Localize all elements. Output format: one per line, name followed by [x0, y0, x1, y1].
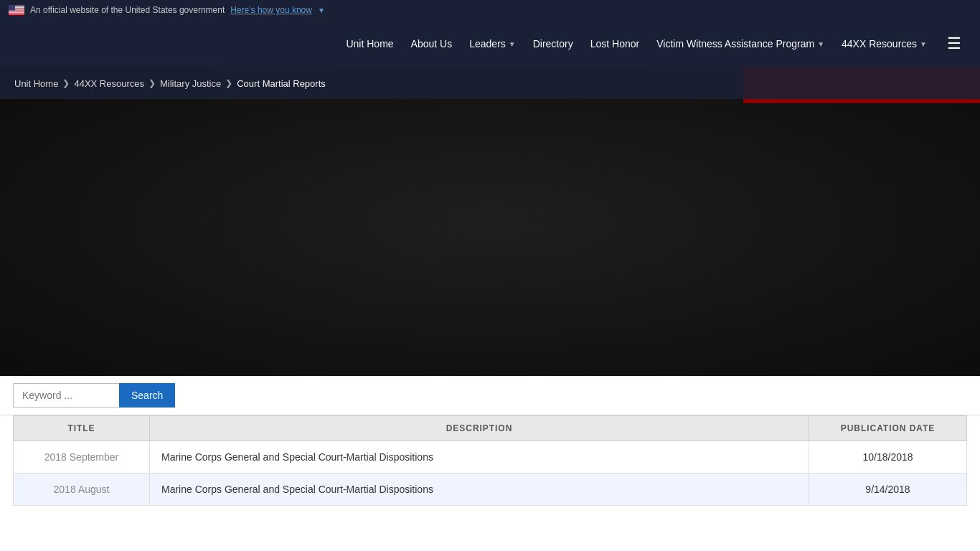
victim-witness-chevron-icon: ▼ — [817, 40, 824, 48]
svg-rect-7 — [9, 5, 15, 11]
breadcrumb-separator-1: ❯ — [62, 78, 70, 88]
table-container: TITLE DESCRIPTION PUBLICATION DATE 2018 … — [0, 415, 980, 520]
nav-item-victim-witness[interactable]: Victim Witness Assistance Program ▼ — [649, 32, 831, 55]
breadcrumb-separator-3: ❯ — [225, 78, 232, 88]
44xx-chevron-icon: ▼ — [920, 40, 927, 48]
hamburger-button[interactable]: ☰ — [940, 29, 969, 59]
nav-item-directory[interactable]: Directory — [526, 32, 580, 55]
leaders-chevron-icon: ▼ — [509, 40, 516, 48]
row-date: 10/18/2018 — [809, 441, 967, 474]
row-description: Marine Corps General and Special Court-M… — [150, 474, 809, 506]
nav-item-unit-home[interactable]: Unit Home — [339, 32, 400, 55]
svg-rect-4 — [9, 11, 24, 11]
gov-banner: An official website of the United States… — [0, 0, 980, 20]
svg-rect-5 — [9, 12, 24, 13]
breadcrumb-court-martial-reports: Court Martial Reports — [237, 78, 326, 89]
breadcrumb-44xx-resources[interactable]: 44XX Resources — [74, 78, 144, 89]
search-input[interactable] — [13, 383, 119, 408]
breadcrumb-military-justice[interactable]: Military Justice — [160, 78, 221, 89]
table-row: 2018 SeptemberMarine Corps General and S… — [14, 441, 967, 474]
us-flag-icon — [9, 5, 24, 15]
col-header-date: PUBLICATION DATE — [809, 416, 967, 441]
chevron-down-icon: ▼ — [318, 6, 325, 14]
col-header-title: TITLE — [14, 416, 150, 441]
row-title: 2018 September — [14, 441, 150, 474]
breadcrumb-separator-2: ❯ — [149, 78, 156, 88]
navbar: Unit Home About Us Leaders ▼ Directory L… — [0, 20, 980, 67]
row-title: 2018 August — [14, 474, 150, 506]
court-martial-table: TITLE DESCRIPTION PUBLICATION DATE 2018 … — [13, 415, 967, 506]
official-text: An official website of the United States… — [30, 5, 225, 15]
nav-item-44xx-resources[interactable]: 44XX Resources ▼ — [834, 32, 934, 55]
hero-section: Unit Home ❯ 44XX Resources ❯ Military Ju… — [0, 67, 980, 376]
breadcrumb: Unit Home ❯ 44XX Resources ❯ Military Ju… — [0, 67, 980, 99]
breadcrumb-unit-home[interactable]: Unit Home — [14, 78, 58, 89]
search-button[interactable]: Search — [119, 383, 175, 408]
hero-texture — [0, 67, 980, 376]
nav-item-lost-honor[interactable]: Lost Honor — [583, 32, 646, 55]
row-date: 9/14/2018 — [809, 474, 967, 506]
nav-item-about-us[interactable]: About Us — [404, 32, 460, 55]
nav-item-leaders[interactable]: Leaders ▼ — [462, 32, 523, 55]
table-header-row: TITLE DESCRIPTION PUBLICATION DATE — [14, 416, 967, 441]
svg-rect-6 — [9, 14, 24, 14]
col-header-description: DESCRIPTION — [150, 416, 809, 441]
how-you-know-link[interactable]: Here's how you know — [230, 5, 312, 15]
table-row: 2018 AugustMarine Corps General and Spec… — [14, 474, 967, 506]
search-bar: Search — [0, 376, 980, 415]
row-description: Marine Corps General and Special Court-M… — [150, 441, 809, 474]
nav-menu: Unit Home About Us Leaders ▼ Directory L… — [339, 32, 934, 55]
